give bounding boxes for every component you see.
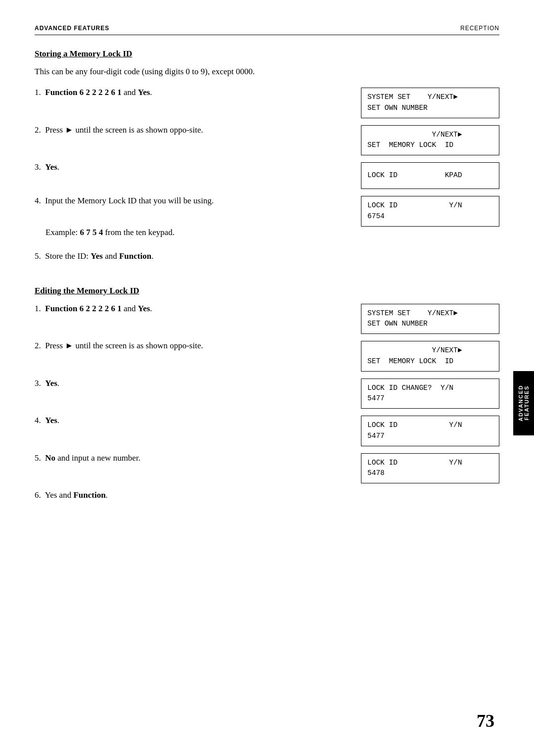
edit-step-3-suffix: . xyxy=(57,378,59,388)
edit-step-4-suffix: . xyxy=(57,416,59,425)
edit-step-1-row: 1. Function 6 2 2 2 2 6 1 and Yes. SYSTE… xyxy=(35,304,499,334)
edit-step-6-text: 6. Yes and Function. xyxy=(35,490,361,500)
lcd-1: SYSTEM SET Y/NEXT► SET OWN NUMBER xyxy=(361,88,499,118)
step-2-label: Press ► until the screen is as shown opp… xyxy=(45,125,203,135)
page-number: 73 xyxy=(477,710,494,731)
edit-step-3-text: 3. Yes. xyxy=(35,378,361,388)
step-5-row: 5. Store the ID: Yes and Function. xyxy=(35,251,499,261)
edit-step-4-text: 4. Yes. xyxy=(35,416,361,425)
edit-step-1-text: 1. Function 6 2 2 2 2 6 1 and Yes. xyxy=(35,304,361,314)
edit-step-1-suffix: and Yes. xyxy=(122,304,152,313)
step-4-sub: Example: 6 7 5 4 from the ten keypad. xyxy=(35,228,499,237)
lcd-3: LOCK ID KPAD xyxy=(361,162,499,189)
edit-step-2-number: 2. xyxy=(35,341,45,350)
step-4-row: 4. Input the Memory Lock ID that you wil… xyxy=(35,196,499,227)
lcd-2-text: Y/NEXT► SET MEMORY LOCK ID xyxy=(367,130,462,151)
section2-title: Editing the Memory Lock ID xyxy=(35,286,499,296)
lcd-e3: LOCK ID CHANGE? Y/N 5477 xyxy=(361,378,499,409)
lcd-3-text: LOCK ID KPAD xyxy=(367,170,462,181)
edit-step-6-number: 6. xyxy=(35,490,45,500)
step-2-text: 2. Press ► until the screen is as shown … xyxy=(35,125,361,135)
side-tab: ADVANCED FEATURES xyxy=(513,371,534,435)
edit-step-1-bold: Function 6 2 2 2 2 6 1 xyxy=(45,304,121,313)
step-1-screen: SYSTEM SET Y/NEXT► SET OWN NUMBER xyxy=(361,88,499,118)
edit-step-5-number: 5. xyxy=(35,453,45,463)
step-3-suffix: . xyxy=(57,162,59,172)
step-5-label: Store the ID: Yes and Function. xyxy=(45,251,153,261)
edit-step-6-row: 6. Yes and Function. xyxy=(35,490,499,500)
step-3-number: 3. xyxy=(35,162,45,172)
page-header: Advanced Features Reception xyxy=(35,25,499,35)
step-3-text: 3. Yes. xyxy=(35,162,361,172)
header-right: Reception xyxy=(460,25,499,32)
section1-intro: This can be any four-digit code (using d… xyxy=(35,67,499,77)
lcd-4-text: LOCK ID Y/N 6754 xyxy=(367,200,462,222)
edit-step-3-bold: Yes xyxy=(45,378,57,388)
step-5-text: 5. Store the ID: Yes and Function. xyxy=(35,251,361,261)
edit-step-4-number: 4. xyxy=(35,416,45,425)
step-1-text: 1. Function 6 2 2 2 2 6 1 and Yes. xyxy=(35,88,361,97)
step-4-label: Input the Memory Lock ID that you will b… xyxy=(45,196,214,205)
step-2-screen: Y/NEXT► SET MEMORY LOCK ID xyxy=(361,125,499,156)
edit-step-5-screen: LOCK ID Y/N 5478 xyxy=(361,453,499,484)
step-3-row: 3. Yes. LOCK ID KPAD xyxy=(35,162,499,189)
lcd-e2-text: Y/NEXT► SET MEMORY LOCK ID xyxy=(367,345,462,367)
edit-step-2-row: 2. Press ► until the screen is as shown … xyxy=(35,341,499,372)
header-left: Advanced Features xyxy=(35,25,109,32)
step-3-bold: Yes xyxy=(45,162,57,172)
step-4-screen: LOCK ID Y/N 6754 xyxy=(361,196,499,227)
step-3-screen: LOCK ID KPAD xyxy=(361,162,499,189)
edit-step-6-label: Yes and Function. xyxy=(45,490,108,500)
lcd-e2: Y/NEXT► SET MEMORY LOCK ID xyxy=(361,341,499,372)
edit-step-1-number: 1. xyxy=(35,304,45,313)
edit-step-5-suffix: and input a new number. xyxy=(55,453,140,463)
step-4-number: 4. xyxy=(35,196,45,205)
step-1-row: 1. Function 6 2 2 2 2 6 1 and Yes. SYSTE… xyxy=(35,88,499,118)
step-2-row: 2. Press ► until the screen is as shown … xyxy=(35,125,499,156)
page: Advanced Features Reception Storing a Me… xyxy=(0,0,534,756)
lcd-e3-text: LOCK ID CHANGE? Y/N 5477 xyxy=(367,383,453,405)
edit-step-4-screen: LOCK ID Y/N 5477 xyxy=(361,416,499,446)
edit-step-5-row: 5. No and input a new number. LOCK ID Y/… xyxy=(35,453,499,484)
edit-step-4-bold: Yes xyxy=(45,416,57,425)
lcd-e4: LOCK ID Y/N 5477 xyxy=(361,416,499,446)
lcd-4: LOCK ID Y/N 6754 xyxy=(361,196,499,227)
step-4-combined: 4. Input the Memory Lock ID that you wil… xyxy=(35,196,499,244)
edit-step-2-text: 2. Press ► until the screen is as shown … xyxy=(35,341,361,351)
lcd-e4-text: LOCK ID Y/N 5477 xyxy=(367,420,462,442)
edit-step-2-label: Press ► until the screen is as shown opp… xyxy=(45,341,203,350)
step-1-bold: Function 6 2 2 2 2 6 1 xyxy=(45,88,121,97)
edit-step-3-number: 3. xyxy=(35,378,45,388)
lcd-e5-text: LOCK ID Y/N 5478 xyxy=(367,458,462,479)
side-tab-text: ADVANCED FEATURES xyxy=(518,385,530,422)
edit-step-2-screen: Y/NEXT► SET MEMORY LOCK ID xyxy=(361,341,499,372)
step-1-number: 1. xyxy=(35,88,45,97)
step-1-suffix: and Yes. xyxy=(122,88,152,97)
step-4-text: 4. Input the Memory Lock ID that you wil… xyxy=(35,196,361,206)
lcd-e5: LOCK ID Y/N 5478 xyxy=(361,453,499,484)
section-editing: Editing the Memory Lock ID 1. Function 6… xyxy=(35,286,499,508)
lcd-1-text: SYSTEM SET Y/NEXT► SET OWN NUMBER xyxy=(367,92,458,114)
lcd-2: Y/NEXT► SET MEMORY LOCK ID xyxy=(361,125,499,156)
edit-step-4-row: 4. Yes. LOCK ID Y/N 5477 xyxy=(35,416,499,446)
step-5-number: 5. xyxy=(35,251,45,261)
step-2-number: 2. xyxy=(35,125,45,135)
edit-step-5-text: 5. No and input a new number. xyxy=(35,453,361,463)
edit-step-5-bold: No xyxy=(45,453,55,463)
section-storing: Storing a Memory Lock ID This can be any… xyxy=(35,49,499,268)
lcd-e1: SYSTEM SET Y/NEXT► SET OWN NUMBER xyxy=(361,304,499,334)
lcd-e1-text: SYSTEM SET Y/NEXT► SET OWN NUMBER xyxy=(367,308,458,330)
edit-step-3-row: 3. Yes. LOCK ID CHANGE? Y/N 5477 xyxy=(35,378,499,409)
edit-step-1-screen: SYSTEM SET Y/NEXT► SET OWN NUMBER xyxy=(361,304,499,334)
edit-step-3-screen: LOCK ID CHANGE? Y/N 5477 xyxy=(361,378,499,409)
section1-title: Storing a Memory Lock ID xyxy=(35,49,499,59)
